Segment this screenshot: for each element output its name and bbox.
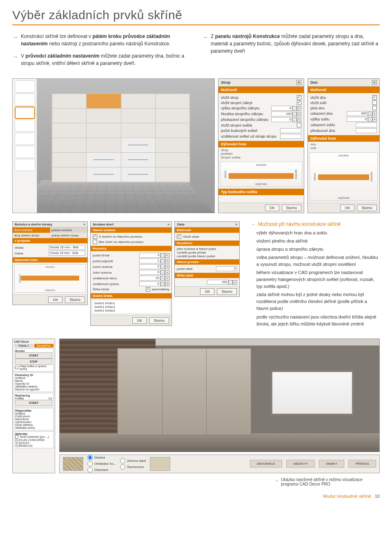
tab[interactable]: RenderPro (34, 344, 54, 348)
checkbox[interactable] (177, 234, 181, 239)
tab[interactable]: OBJEKTY (286, 460, 315, 468)
checkbox[interactable] (372, 106, 377, 110)
tool-dno[interactable] (15, 107, 35, 119)
num-input[interactable]: 3 (139, 253, 160, 258)
radio[interactable] (87, 455, 93, 460)
tool-dvere[interactable] (15, 159, 35, 171)
close-icon[interactable]: × (235, 223, 237, 226)
num-input[interactable]: 0 (347, 117, 368, 122)
num-input[interactable] (356, 123, 377, 127)
list-item: během vizualizace v CAD programech lze n… (256, 269, 380, 290)
tab[interactable]: levá bočnice (13, 227, 50, 233)
close-icon[interactable]: × (83, 223, 85, 226)
list-item[interactable]: dveře1 křídlo2 (94, 305, 168, 309)
close-icon[interactable]: × (372, 80, 377, 85)
tab[interactable]: pravá bočnice (50, 227, 88, 233)
num-input[interactable] (356, 128, 377, 133)
checkbox[interactable] (297, 100, 301, 105)
radio[interactable] (120, 458, 125, 463)
tool-zada[interactable] (15, 146, 35, 158)
texture-swatch[interactable] (63, 457, 83, 471)
tab[interactable]: DEKORACE (250, 460, 282, 468)
material-bar: Dladice Obkládací ko... Dekorace Zamíns … (59, 455, 380, 473)
dno-diagram: zezadu vepředu vlevo vpravo (310, 152, 378, 201)
checkbox[interactable] (297, 123, 301, 127)
arrow-icon: → (251, 221, 256, 227)
checkbox[interactable] (372, 95, 377, 100)
list-item[interactable]: 4) BRANCOS (15, 444, 52, 447)
strop-title: Strop (221, 80, 231, 85)
zada-dialog: Záda× Možnosti Vložit záda Rozdělení pře… (174, 221, 240, 297)
tool-strop[interactable] (15, 120, 35, 132)
list-item[interactable]: dveře1 křídlo1 (94, 301, 168, 305)
list-item: úprava stropu a stropního zákrytu (256, 246, 380, 253)
checkbox[interactable] (372, 100, 377, 105)
cancel-button[interactable]: Storno (65, 296, 85, 303)
intro-left-0: → Konstrukci skříně lze definovat v páté… (12, 33, 190, 47)
num-input[interactable] (280, 134, 301, 139)
stop-button[interactable]: STOP (15, 359, 52, 365)
close-icon[interactable]: × (296, 80, 301, 85)
tab[interactable]: levý dveřní doraz (13, 233, 50, 238)
start-button[interactable]: START (15, 352, 52, 359)
list-item[interactable]: 2) ATLAS CONCORDE (15, 439, 52, 441)
select[interactable]: Hrana 18 mm - Bílá (49, 251, 85, 256)
num-input[interactable]: 0 (139, 281, 160, 286)
num-input[interactable]: 1 (139, 258, 160, 263)
num-input[interactable]: 0 (139, 270, 160, 275)
intro-col-left: → Konstrukci skříně lze definovat v páté… (12, 33, 190, 72)
strop-rows: vložit strop vložit stropní zákryt výška… (218, 93, 304, 141)
radio[interactable] (120, 464, 125, 470)
radio[interactable] (87, 461, 93, 466)
radio[interactable] (87, 467, 93, 472)
num-input[interactable]: 16 (139, 276, 160, 281)
cancel-button[interactable]: Storno (357, 205, 377, 211)
num-input[interactable]: 0 (216, 266, 237, 271)
select[interactable]: Deska 18 mm - Bílá (49, 245, 85, 250)
cancel-button[interactable]: Storno (282, 205, 302, 211)
ok-button[interactable]: OK (200, 288, 214, 295)
ok-button[interactable]: OK (132, 317, 147, 324)
dno-section-0: Možnosti (308, 87, 379, 93)
close-icon[interactable]: × (167, 223, 169, 226)
tab[interactable]: pravý dveřní doraz (50, 233, 88, 238)
checkbox[interactable] (15, 366, 18, 369)
tool-vyklenek[interactable] (15, 80, 35, 93)
cancel-button[interactable]: Storno (149, 317, 169, 324)
radio[interactable] (93, 240, 97, 244)
strop-panel: Strop× Možnosti vložit strop vložit stro… (218, 78, 304, 213)
num-input[interactable]: 100 (271, 111, 292, 116)
possibilities-block: → Možnosti při návrhu konstrukce skříně … (251, 221, 380, 329)
tool-konstrukce[interactable] (15, 94, 35, 106)
tab[interactable]: Paleta 1 (14, 344, 33, 348)
list-item: volba parametrů stropu – možnost definov… (256, 254, 380, 268)
radio[interactable] (93, 234, 97, 239)
texture-swatch[interactable] (150, 457, 170, 471)
checkbox[interactable] (146, 287, 150, 292)
tab[interactable]: SMAKY (319, 460, 344, 468)
ok-button[interactable]: OK (265, 205, 279, 211)
dno-section-1: Dýhování hran (308, 135, 379, 142)
cad-sidebar: CAD Decor Paleta 1 RenderPro Render STAR… (12, 339, 55, 473)
checkbox[interactable] (15, 435, 18, 439)
num-input[interactable]: 0 (271, 106, 292, 111)
strop-diagram: zezadu vepředu vlevo vpravo (220, 162, 302, 187)
cancel-button[interactable]: Storno (217, 288, 237, 295)
tab[interactable]: PŘENOS (348, 460, 376, 468)
list-item[interactable]: dveře1 křídlo3 (94, 309, 168, 312)
list-item[interactable]: 3) AZULEV (15, 441, 52, 444)
num-input[interactable]: 0 (271, 117, 292, 122)
intro-columns: → Konstrukci skříně lze definovat v páté… (12, 33, 380, 72)
composite-row: Strop× Možnosti vložit strop vložit stro… (12, 78, 380, 213)
checkbox[interactable] (297, 95, 301, 100)
strop-section-2: Typ bodového světla (218, 189, 304, 195)
intro-left-1: → V průvodci základním nastavením můžete… (12, 52, 190, 67)
num-input[interactable]: 100 (207, 280, 228, 285)
tool-bocnice[interactable] (15, 133, 35, 145)
num-input[interactable]: 5 (139, 264, 160, 269)
start-button[interactable]: START (15, 400, 52, 406)
ok-button[interactable]: OK (48, 296, 62, 303)
num-input[interactable] (280, 128, 301, 133)
ok-button[interactable]: OK (340, 205, 354, 211)
num-input[interactable]: 665 (347, 111, 368, 116)
